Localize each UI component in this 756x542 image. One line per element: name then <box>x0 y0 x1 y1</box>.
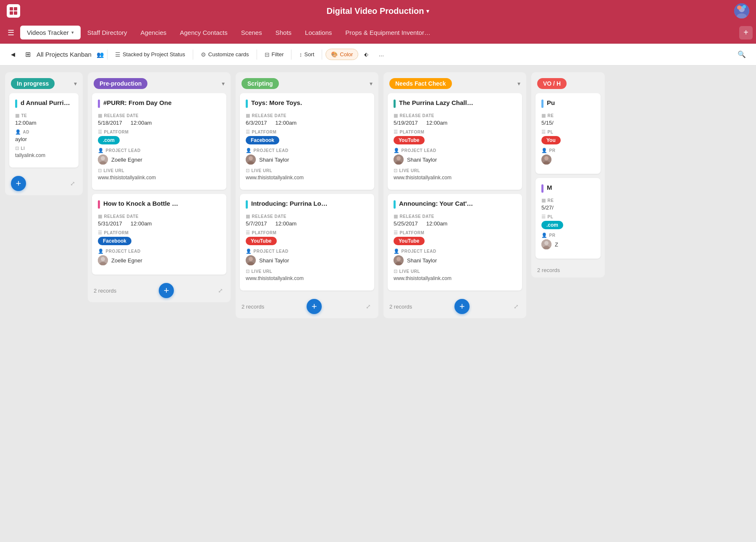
filter-button[interactable]: ⊟ Filter <box>260 49 288 60</box>
avatar-face-svg <box>541 239 551 249</box>
card-field-lead: 👤 PR Z <box>541 233 595 249</box>
card-annual: d Annual Purri… ▦ TE 12:00am 👤 AD <box>9 93 79 168</box>
platform-badge[interactable]: YouTube <box>246 237 277 245</box>
field-value-url[interactable]: www.thisistotallyalink.com <box>394 275 516 281</box>
platform-badge[interactable]: YouTube <box>394 237 425 245</box>
customize-cards-button[interactable]: ⚙ Customize cards <box>197 49 253 60</box>
nav-tab-agency-contacts[interactable]: Agency Contacts <box>173 26 234 39</box>
field-label-platform: ☰ PLATFORM <box>98 230 220 236</box>
app-title-dropdown-icon[interactable]: ▾ <box>426 8 429 14</box>
nav-tab-agencies[interactable]: Agencies <box>134 26 173 39</box>
user-avatar[interactable] <box>734 3 749 18</box>
card-field-platform: ☰ PLATFORM Facebook <box>246 129 368 144</box>
column-tag-inprogress[interactable]: In progress <box>11 78 55 89</box>
view-icon-button[interactable]: ⊞ <box>21 48 35 61</box>
search-button[interactable]: 🔍 <box>734 48 749 61</box>
share-view-button[interactable]: ⬖ <box>360 49 373 60</box>
svg-point-19 <box>249 257 253 261</box>
add-card-button-inprogress[interactable]: + <box>11 176 26 191</box>
card-color-bar <box>541 99 543 108</box>
platform-badge[interactable]: Facebook <box>246 136 279 144</box>
card-purrina-lazy: The Purrina Lazy Chall… ▦ RELEASE DATE 5… <box>388 93 522 190</box>
column-chevron-scripting[interactable]: ▾ <box>370 80 373 87</box>
add-card-button-needsfact[interactable]: + <box>454 299 470 314</box>
card-field-platform: ☰ PLATFORM Facebook <box>98 230 220 245</box>
nav-tab-shots[interactable]: Shots <box>269 26 298 39</box>
field-value-url[interactable]: www.thisistotallyalink.com <box>394 175 516 181</box>
nav-tab-staff-directory[interactable]: Staff Directory <box>81 26 134 39</box>
column-scripting: Scripting ▾ Toys: More Toys. ▦ RELEASE D… <box>236 72 378 318</box>
column-tag-preproduction[interactable]: Pre-production <box>94 78 147 89</box>
card-title-toys[interactable]: Toys: More Toys. <box>246 99 368 108</box>
field-value-date: 5/15/ <box>541 120 595 126</box>
svg-point-31 <box>544 241 549 245</box>
field-value-url[interactable]: www.thisistotallyalink.com <box>98 175 220 181</box>
app-bar: Digital Video Production ▾ <box>0 0 756 22</box>
nav-menu-button[interactable]: ☰ <box>3 26 18 40</box>
field-label-platform: ☰ PLATFORM <box>246 230 368 236</box>
share-view-icon[interactable]: 👥 <box>97 51 104 58</box>
add-card-button-preproduction[interactable]: + <box>159 283 174 298</box>
column-chevron-needsfact[interactable]: ▾ <box>517 80 520 87</box>
collapse-icon: ◀ <box>11 51 15 58</box>
field-value-url[interactable]: tallyalink.com <box>15 152 73 158</box>
card-purrina-lo: Introducing: Purrina Lo… ▦ RELEASE DATE … <box>240 194 374 291</box>
field-label-lead: 👤 PR <box>541 148 595 153</box>
expand-column-button-preproduction[interactable]: ⤢ <box>216 285 225 296</box>
field-value-url[interactable]: www.thisistotallyalink.com <box>246 275 368 281</box>
card-title-bottle[interactable]: How to Knock a Bottle … <box>98 200 220 209</box>
add-card-button-scripting[interactable]: + <box>307 299 322 314</box>
records-count: 2 records <box>389 304 412 310</box>
color-button[interactable]: 🎨 Color <box>326 49 358 60</box>
field-value-date: 5/19/2017 12:00am <box>394 120 516 126</box>
field-label-url: ⊡ LIVE URL <box>246 269 368 274</box>
stacked-button[interactable]: ☰ Stacked by Project Status <box>111 49 189 60</box>
field-value-lead: Shani Taylor <box>394 255 516 265</box>
nav-add-view-button[interactable]: + <box>739 26 753 39</box>
column-header-needsfact: Needs Fact Check ▾ <box>383 72 526 93</box>
more-options-button[interactable]: … <box>374 49 388 60</box>
card-title-purrina-lazy[interactable]: The Purrina Lazy Chall… <box>394 99 516 108</box>
card-title-purrina[interactable]: Introducing: Purrina Lo… <box>246 200 368 209</box>
nav-tab-scenes[interactable]: Scenes <box>234 26 269 39</box>
svg-rect-2 <box>10 11 13 15</box>
column-tag-needsfact[interactable]: Needs Fact Check <box>389 78 452 89</box>
field-label-lead: 👤 PROJECT LEAD <box>394 249 516 254</box>
platform-badge[interactable]: YouTube <box>394 136 425 144</box>
nav-tab-props[interactable]: Props & Equipment Inventor… <box>339 26 437 39</box>
card-title-purr[interactable]: #PURR: From Day One <box>98 99 220 108</box>
card-title-announcing[interactable]: Announcing: Your Cat'… <box>394 200 516 209</box>
card-title[interactable]: d Annual Purri… <box>15 99 73 108</box>
collapse-sidebar-button[interactable]: ◀ <box>7 49 19 60</box>
platform-badge[interactable]: .com <box>541 221 563 229</box>
platform-badge[interactable]: You <box>541 136 561 144</box>
expand-column-button-scripting[interactable]: ⤢ <box>364 301 373 312</box>
column-tag-vo[interactable]: VO / H <box>537 78 567 89</box>
expand-column-button-needsfact[interactable]: ⤢ <box>512 301 520 312</box>
field-value-url[interactable]: www.thisistotallyalink.com <box>246 175 368 181</box>
sort-button[interactable]: ↕ Sort <box>295 49 318 60</box>
field-value-lead: Z <box>541 239 595 249</box>
nav-tab-videos-tracker[interactable]: Videos Tracker ▾ <box>20 26 81 39</box>
card-field-platform: ☰ PLATFORM YouTube <box>246 230 368 245</box>
platform-badge[interactable]: Facebook <box>98 237 131 245</box>
card-field-platform: ☰ PLATFORM YouTube <box>394 230 516 245</box>
card-color-bar <box>246 99 248 108</box>
column-chevron-preproduction[interactable]: ▾ <box>222 80 225 87</box>
app-logo[interactable] <box>7 4 20 18</box>
nav-tab-locations[interactable]: Locations <box>298 26 339 39</box>
calendar-icon: ▦ <box>98 113 102 118</box>
platform-badge[interactable]: .com <box>98 136 120 144</box>
expand-column-button-inprogress[interactable]: ⤢ <box>68 178 77 189</box>
column-header-preproduction: Pre-production ▾ <box>88 72 231 93</box>
card-field-date: ▦ RE 5/15/ <box>541 113 595 126</box>
column-chevron-inprogress[interactable]: ▾ <box>74 80 77 87</box>
card-title-pu[interactable]: Pu <box>541 99 595 108</box>
card-title-m[interactable]: M <box>541 184 595 193</box>
field-value-lead: Zoelle Egner <box>98 154 220 165</box>
svg-rect-0 <box>10 7 13 10</box>
field-label-release: ▦ RE <box>541 113 595 118</box>
column-tag-scripting[interactable]: Scripting <box>242 78 279 89</box>
person-icon: 👤 <box>98 148 104 153</box>
column-header-vo: VO / H <box>531 72 605 93</box>
